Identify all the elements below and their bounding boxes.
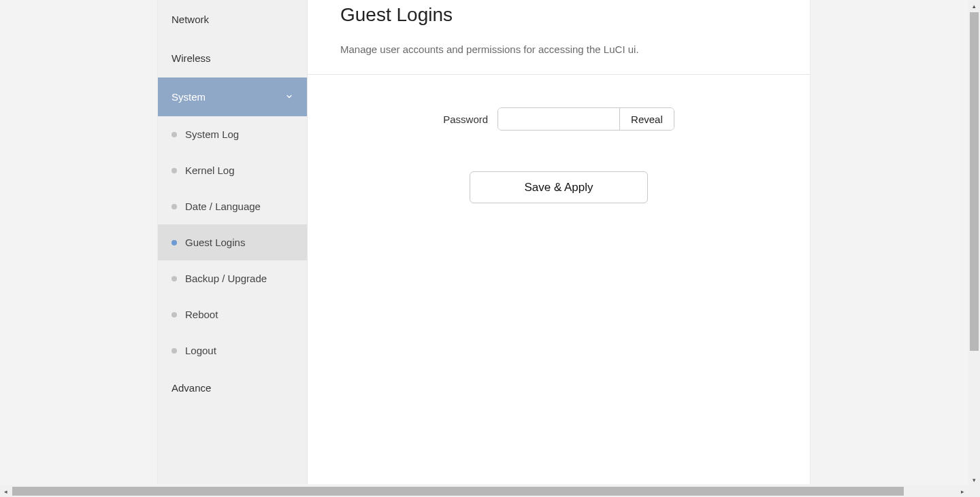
bullet-icon: [172, 204, 177, 209]
bullet-icon: [172, 168, 177, 173]
scroll-right-icon[interactable]: ▸: [957, 485, 968, 497]
sidebar-subitem-date-language[interactable]: Date / Language: [158, 188, 307, 224]
scroll-thumb[interactable]: [12, 487, 904, 496]
sidebar-item-label: Backup / Upgrade: [185, 273, 267, 284]
password-label: Password: [443, 114, 488, 125]
bullet-icon: [172, 312, 177, 318]
sidebar-subitem-backup-upgrade[interactable]: Backup / Upgrade: [158, 260, 307, 296]
reveal-button[interactable]: Reveal: [619, 108, 674, 130]
sidebar-item-system[interactable]: System: [158, 78, 307, 116]
chevron-down-icon: [285, 91, 293, 103]
vertical-scrollbar[interactable]: ▴ ▾: [968, 0, 980, 497]
sidebar: Network Wireless System System Log Kerne…: [158, 0, 308, 484]
sidebar-item-label: Logout: [185, 345, 216, 356]
scroll-down-icon[interactable]: ▾: [968, 474, 980, 485]
sidebar-item-advance[interactable]: Advance: [158, 369, 307, 407]
scroll-thumb[interactable]: [970, 12, 979, 351]
sidebar-item-label: Network: [172, 14, 209, 25]
sidebar-subitem-system-log[interactable]: System Log: [158, 116, 307, 152]
scroll-left-icon[interactable]: ◂: [0, 485, 12, 497]
sidebar-item-label: Wireless: [172, 52, 211, 64]
sidebar-subitem-guest-logins[interactable]: Guest Logins: [158, 224, 307, 260]
sidebar-item-label: System: [172, 91, 206, 103]
page-description: Manage user accounts and permissions for…: [340, 44, 777, 55]
page-header: Guest Logins Manage user accounts and pe…: [308, 0, 810, 75]
scroll-corner: [968, 485, 980, 497]
password-row: Password Reveal: [443, 107, 674, 131]
scroll-up-icon[interactable]: ▴: [968, 0, 980, 12]
sidebar-item-network[interactable]: Network: [158, 0, 307, 39]
bullet-icon: [172, 348, 177, 354]
password-combo: Reveal: [497, 107, 674, 131]
main-content: Guest Logins Manage user accounts and pe…: [308, 0, 810, 484]
bullet-icon: [172, 132, 177, 137]
sidebar-item-label: Date / Language: [185, 201, 261, 212]
sidebar-item-label: Reboot: [185, 309, 218, 320]
bullet-icon: [172, 276, 177, 281]
sidebar-item-label: Guest Logins: [185, 237, 245, 248]
sidebar-subitem-kernel-log[interactable]: Kernel Log: [158, 152, 307, 188]
form: Password Reveal Save & Apply: [308, 75, 810, 236]
bullet-icon: [172, 240, 177, 245]
sidebar-subitem-logout[interactable]: Logout: [158, 332, 307, 369]
sidebar-item-label: System Log: [185, 128, 239, 140]
sidebar-item-label: Advance: [172, 382, 211, 394]
password-input[interactable]: [498, 108, 619, 130]
sidebar-item-label: Kernel Log: [185, 165, 235, 176]
sidebar-subitem-reboot[interactable]: Reboot: [158, 296, 307, 332]
horizontal-scrollbar[interactable]: ◂ ▸: [0, 485, 980, 497]
page-title: Guest Logins: [340, 0, 777, 44]
sidebar-item-wireless[interactable]: Wireless: [158, 39, 307, 78]
save-apply-button[interactable]: Save & Apply: [470, 171, 648, 203]
